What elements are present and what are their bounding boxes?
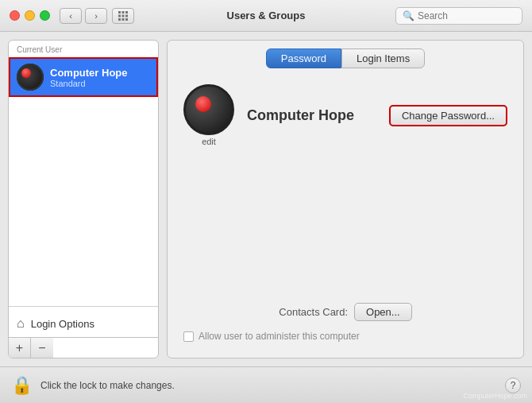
tab-password[interactable]: Password (266, 48, 341, 68)
allow-admin-label: Allow user to administer this computer (199, 331, 360, 342)
lock-text: Click the lock to make changes. (40, 380, 175, 391)
detail-username: Computer Hope (247, 107, 354, 124)
allow-admin-checkbox[interactable] (183, 331, 194, 342)
nav-buttons: ‹ › (60, 8, 107, 24)
user-info: Computer Hope Standard (50, 67, 128, 88)
login-options-item[interactable]: ⌂ Login Options (9, 310, 158, 337)
maximize-button[interactable] (40, 10, 50, 21)
titlebar: ‹ › Users & Groups 🔍 (0, 0, 532, 32)
contacts-row: Contacts Card: Open... (183, 303, 507, 321)
svg-rect-4 (122, 14, 125, 17)
avatar-inner (17, 64, 44, 91)
user-list: Computer Hope Standard (9, 57, 158, 303)
detail-avatar (183, 84, 234, 135)
remove-user-button[interactable]: − (31, 338, 53, 358)
sidebar-toolbar: + − (9, 337, 158, 358)
tab-login-items[interactable]: Login Items (341, 48, 425, 68)
allow-admin-row: Allow user to administer this computer (183, 331, 507, 342)
edit-label: edit (202, 137, 216, 146)
sidebar: Current User Computer Hope Standard ⌂ Lo… (8, 40, 159, 358)
help-button[interactable]: ? (505, 378, 521, 393)
svg-rect-6 (118, 18, 121, 21)
grid-button[interactable] (112, 8, 134, 24)
content-body: edit Computer Hope Change Password... Co… (168, 68, 523, 358)
search-icon: 🔍 (403, 10, 414, 21)
user-role: Standard (50, 79, 128, 88)
add-user-button[interactable]: + (9, 338, 31, 358)
traffic-lights (10, 10, 50, 21)
content-panel: Password Login Items edit Computer Hope … (167, 40, 524, 358)
svg-rect-5 (125, 14, 128, 17)
change-password-button[interactable]: Change Password... (389, 105, 507, 126)
svg-rect-0 (118, 11, 121, 14)
svg-rect-7 (122, 18, 125, 21)
detail-avatar-decoration (195, 96, 211, 112)
search-box[interactable]: 🔍 (395, 7, 522, 25)
tab-bar: Password Login Items (168, 41, 523, 68)
forward-button[interactable]: › (85, 8, 107, 24)
open-contacts-button[interactable]: Open... (354, 303, 412, 321)
svg-rect-8 (125, 18, 128, 21)
svg-rect-3 (118, 14, 121, 17)
house-icon: ⌂ (17, 316, 25, 331)
search-input[interactable] (418, 10, 515, 21)
sidebar-divider (9, 306, 158, 307)
user-detail: edit Computer Hope Change Password... (183, 84, 507, 146)
back-button[interactable]: ‹ (60, 8, 82, 24)
user-item-computer-hope[interactable]: Computer Hope Standard (9, 57, 158, 97)
avatar-decoration (21, 68, 31, 78)
lock-icon: 🔒 (11, 375, 33, 396)
detail-avatar-container: edit (183, 84, 234, 146)
window-title: Users & Groups (227, 10, 306, 21)
svg-rect-1 (122, 11, 125, 14)
user-name: Computer Hope (50, 67, 128, 79)
lock-container[interactable]: 🔒 Click the lock to make changes. (11, 375, 175, 396)
minimize-button[interactable] (25, 10, 35, 21)
footer: 🔒 Click the lock to make changes. ? (0, 366, 532, 403)
sidebar-section-label: Current User (9, 41, 158, 57)
avatar (17, 64, 44, 91)
contacts-card-label: Contacts Card: (279, 306, 348, 318)
login-options-label: Login Options (31, 318, 94, 330)
main-content: Current User Computer Hope Standard ⌂ Lo… (0, 32, 532, 366)
close-button[interactable] (10, 10, 20, 21)
svg-rect-2 (125, 11, 128, 14)
